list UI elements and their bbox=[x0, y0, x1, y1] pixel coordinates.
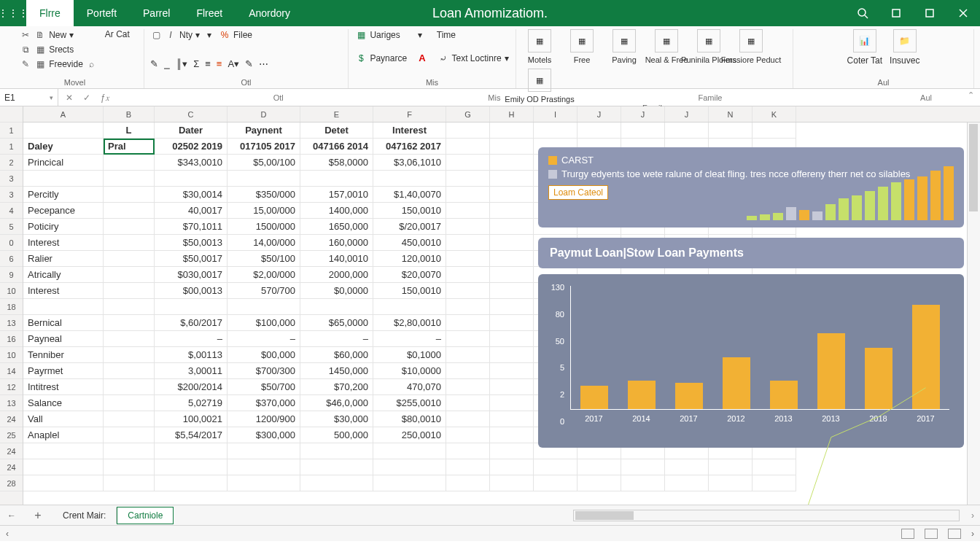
sheet-tab-2[interactable]: Cartniole bbox=[117, 507, 174, 524]
cell[interactable]: $5,00/100 bbox=[228, 155, 300, 171]
cell[interactable]: 150,0010 bbox=[373, 283, 446, 299]
close-icon[interactable] bbox=[946, 0, 980, 26]
cell[interactable] bbox=[446, 139, 490, 155]
cell[interactable] bbox=[104, 251, 155, 267]
ribbon-freevide[interactable]: ✎▦Freevide⌕ bbox=[20, 58, 98, 70]
vertical-scrollbar[interactable] bbox=[967, 122, 980, 505]
ribbon-fmssiore-peduct[interactable]: ▦Fmssiore Peduct bbox=[734, 29, 769, 64]
cell[interactable] bbox=[104, 299, 155, 315]
cell[interactable]: $70,1011 bbox=[155, 219, 228, 235]
cell[interactable]: Poticiry bbox=[23, 219, 104, 235]
cell[interactable] bbox=[23, 171, 104, 187]
cell[interactable]: 047166 2014 bbox=[300, 139, 373, 155]
cell[interactable] bbox=[621, 122, 665, 139]
cell[interactable] bbox=[155, 475, 228, 491]
cell[interactable]: Intitrest bbox=[23, 379, 104, 395]
fx-icon[interactable]: ƒ𝑥 bbox=[101, 93, 109, 103]
cell[interactable]: Detet bbox=[300, 122, 373, 139]
cell[interactable] bbox=[490, 122, 534, 139]
ribbon-collapse-icon[interactable]: ⌃ bbox=[968, 90, 974, 100]
col-header[interactable]: K bbox=[752, 106, 796, 122]
ribbon-neal-free[interactable]: ▦Neal & Free bbox=[649, 29, 684, 64]
app-menu-icon[interactable]: ⋮⋮⋮ bbox=[0, 0, 26, 26]
cell[interactable]: – bbox=[228, 331, 300, 347]
maximize-icon[interactable] bbox=[913, 0, 946, 26]
cell[interactable] bbox=[534, 122, 578, 139]
cell[interactable] bbox=[490, 299, 534, 315]
ribbon-paynarce[interactable]: $Paynarce bbox=[355, 52, 407, 64]
sheet-nav-back[interactable]: ← bbox=[0, 510, 23, 521]
cell[interactable]: 15,00/000 bbox=[228, 203, 300, 219]
ribbon-new[interactable]: ✂🗎New▾ bbox=[20, 29, 98, 41]
cell[interactable]: Tenniber bbox=[23, 347, 104, 363]
col-header[interactable]: J bbox=[621, 106, 665, 122]
cell[interactable] bbox=[490, 427, 534, 443]
cell[interactable] bbox=[490, 315, 534, 331]
cell[interactable] bbox=[373, 443, 446, 459]
cell[interactable]: $/20,0017 bbox=[373, 219, 446, 235]
ribbon-cotertat[interactable]: 📊Coter Tat bbox=[847, 29, 882, 66]
tab-anordory[interactable]: Anordory bbox=[236, 0, 303, 26]
cell[interactable] bbox=[446, 411, 490, 427]
cell[interactable]: Interest bbox=[23, 283, 104, 299]
cell[interactable] bbox=[104, 235, 155, 251]
pen-icon[interactable]: ✎ bbox=[150, 58, 158, 69]
cell[interactable]: 140,0010 bbox=[300, 251, 373, 267]
cell[interactable]: 40,0017 bbox=[155, 203, 228, 219]
tab-flreet[interactable]: Flreet bbox=[183, 0, 236, 26]
cell[interactable] bbox=[104, 219, 155, 235]
cell[interactable] bbox=[23, 443, 104, 459]
cell[interactable]: $030,0017 bbox=[155, 267, 228, 283]
cell[interactable]: 3,00011 bbox=[155, 363, 228, 379]
chart-chip[interactable]: Loam Cateol bbox=[548, 185, 608, 200]
tab-parrel[interactable]: Parrel bbox=[130, 0, 183, 26]
page-layout-view-icon[interactable] bbox=[925, 529, 938, 539]
ribbon-uariges[interactable]: ▦Uariges▾ bbox=[355, 29, 421, 41]
spreadsheet-grid[interactable]: 112334506910181316101412132425242428 ABC… bbox=[0, 106, 980, 505]
cell[interactable]: 1500/000 bbox=[228, 219, 300, 235]
cell[interactable] bbox=[228, 459, 300, 475]
cell[interactable]: Payneal bbox=[23, 331, 104, 347]
cell[interactable]: $10,0000 bbox=[373, 363, 446, 379]
cell[interactable]: 14,00/000 bbox=[228, 235, 300, 251]
cell[interactable]: 2000,000 bbox=[300, 267, 373, 283]
scroll-left-icon[interactable]: ‹ bbox=[6, 529, 9, 539]
col-header[interactable]: G bbox=[446, 106, 490, 122]
cell[interactable]: 160,0000 bbox=[300, 235, 373, 251]
cell[interactable]: $0,0000 bbox=[300, 283, 373, 299]
cell[interactable] bbox=[446, 347, 490, 363]
cell[interactable]: 1200/900 bbox=[228, 411, 300, 427]
cell[interactable] bbox=[104, 475, 155, 491]
more-icon[interactable]: ⋯ bbox=[259, 58, 268, 69]
cell[interactable]: Bernical bbox=[23, 315, 104, 331]
cell[interactable]: $65,0000 bbox=[300, 315, 373, 331]
cell[interactable] bbox=[104, 187, 155, 203]
cell[interactable] bbox=[490, 395, 534, 411]
col-header[interactable]: J bbox=[665, 106, 709, 122]
tab-flrre[interactable]: Flrre bbox=[26, 0, 74, 26]
cell[interactable]: $343,0010 bbox=[155, 155, 228, 171]
cell[interactable] bbox=[155, 459, 228, 475]
cell[interactable]: $30,000 bbox=[300, 411, 373, 427]
cell[interactable]: 02502 2019 bbox=[155, 139, 228, 155]
cell[interactable]: 450,0010 bbox=[373, 235, 446, 251]
cell[interactable] bbox=[104, 315, 155, 331]
cell[interactable]: – bbox=[373, 331, 446, 347]
cell[interactable] bbox=[228, 171, 300, 187]
cell[interactable] bbox=[665, 122, 709, 139]
cell[interactable]: – bbox=[155, 331, 228, 347]
cell[interactable] bbox=[104, 411, 155, 427]
ribbon-filee[interactable]: %Filee bbox=[219, 29, 252, 41]
border-icon[interactable]: ║▾ bbox=[176, 58, 187, 69]
cell[interactable] bbox=[228, 443, 300, 459]
ribbon-nty[interactable]: ▢INty▾▾ bbox=[150, 29, 211, 41]
cell[interactable]: Princical bbox=[23, 155, 104, 171]
cell[interactable]: $58,0000 bbox=[300, 155, 373, 171]
cell[interactable]: $,00113 bbox=[155, 347, 228, 363]
cell[interactable] bbox=[446, 187, 490, 203]
col-header[interactable]: B bbox=[104, 106, 155, 122]
cell[interactable] bbox=[446, 171, 490, 187]
normal-view-icon[interactable] bbox=[901, 529, 914, 539]
ribbon-free[interactable]: ▦Free bbox=[564, 29, 599, 64]
cell[interactable] bbox=[104, 379, 155, 395]
